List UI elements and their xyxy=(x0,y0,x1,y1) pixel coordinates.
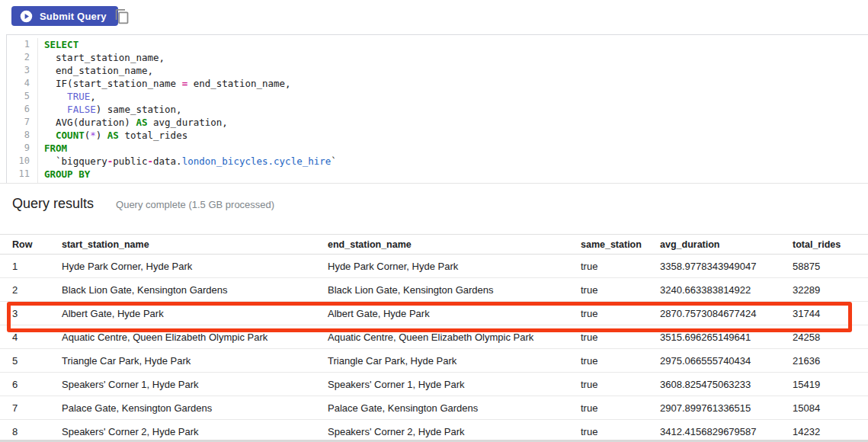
table-cell: Aquatic Centre, Queen Elizabeth Olympic … xyxy=(62,332,328,343)
column-header: avg_duration xyxy=(660,239,793,250)
code-text: `bigquery-public-data.london_bicycles.cy… xyxy=(37,155,868,168)
code-line[interactable]: 5 TRUE, xyxy=(7,90,868,103)
table-cell: true xyxy=(581,284,660,296)
submit-query-button[interactable]: Submit Query xyxy=(11,6,118,26)
submit-query-label: Submit Query xyxy=(40,11,107,22)
table-cell: true xyxy=(581,332,660,343)
table-cell: Speakers' Corner 1, Hyde Park xyxy=(328,379,581,390)
table-cell: 58875 xyxy=(793,261,868,272)
table-cell: 15084 xyxy=(793,402,868,414)
code-text: FROM xyxy=(37,142,868,155)
line-number: 8 xyxy=(7,129,37,142)
code-line[interactable]: 1SELECT xyxy=(7,38,868,51)
table-cell: Palace Gate, Kensington Gardens xyxy=(328,402,581,414)
line-number: 4 xyxy=(7,77,37,90)
table-cell: 14232 xyxy=(793,426,868,437)
column-header: same_station xyxy=(581,239,660,250)
code-line[interactable]: 10 `bigquery-public-data.london_bicycles… xyxy=(7,155,868,168)
column-header: total_rides xyxy=(793,239,868,250)
table-row: 4Aquatic Centre, Queen Elizabeth Olympic… xyxy=(0,325,868,349)
table-cell: Speakers' Corner 2, Hyde Park xyxy=(62,426,328,437)
table-cell: true xyxy=(581,308,660,319)
table-cell: Triangle Car Park, Hyde Park xyxy=(62,355,328,367)
toolbar: Submit Query xyxy=(0,0,868,34)
table-cell: 5 xyxy=(0,355,62,367)
table-cell: 1 xyxy=(0,261,62,272)
query-results-panel: Query results Query complete (1.5 GB pro… xyxy=(0,183,868,442)
column-header: Row xyxy=(0,239,62,250)
table-cell: 3358.9778343949047 xyxy=(660,261,793,272)
table-cell: 3 xyxy=(0,308,62,319)
table-cell: 31744 xyxy=(793,308,868,319)
table-cell: 7 xyxy=(0,402,62,414)
table-cell: Hyde Park Corner, Hyde Park xyxy=(62,261,328,272)
table-cell: Speakers' Corner 1, Hyde Park xyxy=(62,379,328,390)
table-cell: 2 xyxy=(0,284,62,296)
results-header: Query results Query complete (1.5 GB pro… xyxy=(12,196,274,212)
code-text: SELECT xyxy=(37,38,868,51)
code-text: AVG(duration) AS avg_duration, xyxy=(37,116,868,129)
table-cell: 3412.4156829679587 xyxy=(660,426,793,437)
line-number: 10 xyxy=(7,155,37,168)
table-cell: true xyxy=(581,355,660,367)
code-text: start_station_name, xyxy=(37,51,868,64)
table-cell: 15419 xyxy=(793,379,868,390)
table-cell: 2870.7573084677424 xyxy=(660,308,793,319)
line-number: 1 xyxy=(7,38,37,51)
table-cell: Triangle Car Park, Hyde Park xyxy=(328,355,581,367)
table-row: 1Hyde Park Corner, Hyde ParkHyde Park Co… xyxy=(0,255,868,278)
copy-icon xyxy=(114,8,130,24)
table-cell: true xyxy=(581,379,660,390)
table-cell: 6 xyxy=(0,379,62,390)
table-cell: 3240.663383814922 xyxy=(660,284,793,296)
code-line[interactable]: 9FROM xyxy=(7,142,868,155)
table-cell: 2975.066555740434 xyxy=(660,355,793,367)
line-number: 2 xyxy=(7,51,37,64)
table-cell: 4 xyxy=(0,332,62,343)
table-body: 1Hyde Park Corner, Hyde ParkHyde Park Co… xyxy=(0,255,868,442)
code-text: IF(start_station_name = end_station_name… xyxy=(37,77,868,90)
table-row: 5Triangle Car Park, Hyde ParkTriangle Ca… xyxy=(0,349,868,373)
table-row: 3Albert Gate, Hyde ParkAlbert Gate, Hyde… xyxy=(0,302,868,325)
code-text: GROUP BY xyxy=(37,168,868,181)
play-icon xyxy=(20,10,33,23)
table-cell: Palace Gate, Kensington Gardens xyxy=(62,402,328,414)
code-text: end_station_name, xyxy=(37,64,868,77)
table-row: 7Palace Gate, Kensington GardensPalace G… xyxy=(0,396,868,420)
table-cell: true xyxy=(581,402,660,414)
code-text: FALSE) same_station, xyxy=(37,103,868,116)
code-line[interactable]: 8 COUNT(*) AS total_rides xyxy=(7,129,868,142)
code-line[interactable]: 7 AVG(duration) AS avg_duration, xyxy=(7,116,868,129)
line-number: 3 xyxy=(7,64,37,77)
sql-code-editor[interactable]: 1SELECT2 start_station_name,3 end_statio… xyxy=(6,34,868,183)
code-line[interactable]: 4 IF(start_station_name = end_station_na… xyxy=(7,77,868,90)
table-cell: Albert Gate, Hyde Park xyxy=(328,308,581,319)
table-cell: 8 xyxy=(0,426,62,437)
line-number: 7 xyxy=(7,116,37,129)
results-title: Query results xyxy=(12,196,94,212)
table-cell: true xyxy=(581,426,660,437)
table-row: 2Black Lion Gate, Kensington GardensBlac… xyxy=(0,278,868,302)
table-cell: Black Lion Gate, Kensington Gardens xyxy=(62,284,328,296)
code-line[interactable]: 3 end_station_name, xyxy=(7,64,868,77)
table-row: 8Speakers' Corner 2, Hyde ParkSpeakers' … xyxy=(0,420,868,442)
table-cell: Hyde Park Corner, Hyde Park xyxy=(328,261,581,272)
table-cell: Albert Gate, Hyde Park xyxy=(62,308,328,319)
table-cell: Speakers' Corner 2, Hyde Park xyxy=(328,426,581,437)
results-table: Rowstart_station_nameend_station_namesam… xyxy=(0,234,868,442)
code-line[interactable]: 2 start_station_name, xyxy=(7,51,868,64)
code-text: COUNT(*) AS total_rides xyxy=(37,129,868,142)
line-number: 6 xyxy=(7,103,37,116)
results-status: Query complete (1.5 GB processed) xyxy=(116,199,274,210)
copy-button[interactable] xyxy=(114,8,130,25)
code-line[interactable]: 11GROUP BY xyxy=(7,168,868,181)
code-text: TRUE, xyxy=(37,90,868,103)
table-cell: 32289 xyxy=(793,284,868,296)
table-cell: Black Lion Gate, Kensington Gardens xyxy=(328,284,581,296)
code-line[interactable]: 6 FALSE) same_station, xyxy=(7,103,868,116)
table-cell: Aquatic Centre, Queen Elizabeth Olympic … xyxy=(328,332,581,343)
table-cell: 24258 xyxy=(793,332,868,343)
table-row: 6Speakers' Corner 1, Hyde ParkSpeakers' … xyxy=(0,373,868,396)
table-cell: 3515.696265149641 xyxy=(660,332,793,343)
table-cell: 2907.899761336515 xyxy=(660,402,793,414)
